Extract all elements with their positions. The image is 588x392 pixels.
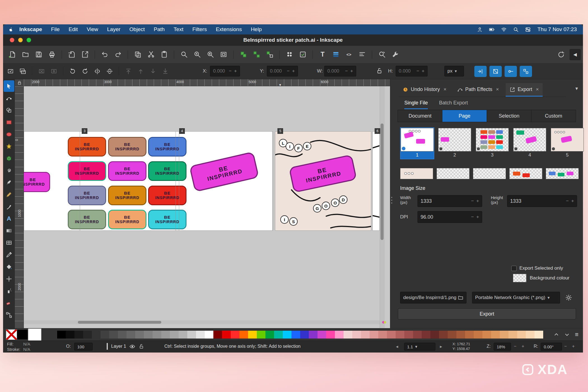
paste-button[interactable] <box>159 49 169 60</box>
w-decrement-button[interactable]: − <box>345 68 348 74</box>
menu-clock[interactable]: Thu 7 Nov 07:23 <box>538 26 577 32</box>
palette-swatch[interactable] <box>344 331 352 339</box>
palette-swatch[interactable] <box>396 331 404 339</box>
fill-stroke-indicator[interactable]: Fill:N/A Stroke:N/A <box>7 342 30 352</box>
palette-swatch[interactable] <box>83 331 92 339</box>
menu-app-name[interactable]: Inkscape <box>19 26 42 32</box>
menu-item-filters[interactable]: Filters <box>192 26 207 32</box>
fill-bucket-tool[interactable] <box>4 261 14 272</box>
text-tool-btn-button[interactable]: T <box>317 49 328 60</box>
node-tool[interactable] <box>4 92 14 104</box>
palette-swatch[interactable] <box>265 331 274 339</box>
current-layer-label[interactable]: Layer 1 <box>111 344 126 349</box>
close-tab-icon[interactable]: × <box>444 87 447 92</box>
pencil-tool[interactable] <box>4 189 14 200</box>
format-dropdown[interactable]: Portable Network Graphic (*.png)▾ <box>472 292 560 304</box>
group-button[interactable] <box>238 49 249 60</box>
width-increment-button[interactable]: + <box>476 198 479 204</box>
layers-dialog-button[interactable] <box>330 49 341 60</box>
rotation-increment-button[interactable]: + <box>572 344 575 349</box>
export-thumbnail-partial[interactable] <box>473 168 506 179</box>
export-thumbnail-partial[interactable] <box>509 168 542 179</box>
sticker[interactable]: BEINSPIRRRD <box>68 161 106 181</box>
good-letter-circle[interactable]: D <box>339 195 347 204</box>
palette-swatch[interactable] <box>92 331 101 339</box>
rectangle-tool[interactable] <box>4 116 14 128</box>
palette-swatch[interactable] <box>430 331 439 339</box>
zoom-preset-dropdown[interactable]: 1.1▾ <box>404 343 435 351</box>
import-button[interactable] <box>66 49 77 60</box>
maximize-window-button[interactable] <box>27 38 31 42</box>
palette-swatch[interactable] <box>248 331 257 339</box>
raise-to-top-button[interactable] <box>123 66 133 76</box>
minimize-window-button[interactable] <box>18 38 23 42</box>
zoom-drawing-button[interactable] <box>205 49 216 60</box>
tab-batch-export[interactable]: Batch Export <box>439 97 468 109</box>
redo-button[interactable] <box>113 49 123 60</box>
rotation-decrement-button[interactable]: − <box>564 344 567 349</box>
palette-scroll-up-icon[interactable] <box>554 332 559 337</box>
menu-item-view[interactable]: View <box>87 26 98 32</box>
sticker[interactable]: BEINSPIRRRD <box>68 210 106 229</box>
lower-to-bottom-button[interactable] <box>160 66 170 76</box>
palette-swatch[interactable] <box>387 331 396 339</box>
ellipse-tool[interactable] <box>4 129 14 140</box>
palette-swatch[interactable] <box>179 331 187 339</box>
dpi-decrement-button[interactable]: − <box>471 214 474 220</box>
palette-swatch[interactable] <box>74 331 83 339</box>
page-marker-3[interactable]: 3 <box>82 128 87 134</box>
select-all-layers-button[interactable] <box>18 66 28 76</box>
is-letter-circle[interactable]: S <box>289 217 298 226</box>
export-mode-custom[interactable]: Custom <box>531 110 576 122</box>
sticker[interactable]: BEINSPIRRRD <box>108 137 146 157</box>
open-document-button[interactable] <box>20 49 31 60</box>
export-thumbnail-1[interactable]: 1 <box>400 127 434 159</box>
palette-swatch[interactable] <box>144 331 153 339</box>
sticker[interactable]: BEINSPIRRRD <box>68 137 106 157</box>
palette-swatch[interactable] <box>153 331 161 339</box>
cut-button[interactable] <box>146 49 156 60</box>
xml-editor-button[interactable]: <> <box>344 49 354 60</box>
search-icon[interactable] <box>513 27 519 32</box>
menu-item-edit[interactable]: Edit <box>69 26 78 32</box>
palette-swatch[interactable] <box>109 331 118 339</box>
dpi-input[interactable]: 96.00 −+ <box>417 211 482 223</box>
copy-button[interactable] <box>132 49 143 60</box>
export-button[interactable] <box>80 49 90 60</box>
palette-menu-icon[interactable]: ≡ <box>575 331 578 338</box>
tab-single-file[interactable]: Single File <box>404 97 428 109</box>
zoom-increment-button[interactable]: + <box>522 344 524 349</box>
ungroup-button[interactable] <box>251 49 262 60</box>
unit-dropdown[interactable]: px▾ <box>444 66 464 76</box>
print-button[interactable] <box>46 49 57 60</box>
palette-swatch[interactable] <box>517 331 526 339</box>
sticker[interactable]: BEINSPIRRRD <box>24 172 50 192</box>
h-decrement-button[interactable]: − <box>416 68 419 74</box>
y-increment-button[interactable]: + <box>292 68 295 74</box>
palette-swatch[interactable] <box>213 331 222 339</box>
palette-swatch[interactable] <box>361 331 370 339</box>
w-input[interactable]: 0.000 −+ <box>324 66 356 76</box>
y-input[interactable]: 0.000 −+ <box>267 66 298 76</box>
flip-horizontal-button[interactable] <box>92 66 102 76</box>
export-thumbnail-3[interactable]: 3 <box>475 127 509 159</box>
export-thumbnail-partial[interactable] <box>400 168 433 179</box>
dropper-tool[interactable] <box>4 249 14 260</box>
selection-to-path-button[interactable] <box>49 66 59 76</box>
palette-swatch[interactable] <box>491 331 500 339</box>
chevron-down-icon[interactable]: ▾ <box>575 85 578 92</box>
x-input[interactable]: 0.000 −+ <box>210 66 240 76</box>
spray-options-button[interactable] <box>297 49 308 60</box>
export-thumbnail-partial[interactable] <box>437 168 470 179</box>
life-letter-circle[interactable]: E <box>303 142 311 150</box>
palette-swatch[interactable] <box>66 331 74 339</box>
palette-swatch[interactable] <box>205 331 213 339</box>
align-dialog-button[interactable] <box>357 49 367 60</box>
raise-button[interactable] <box>136 66 146 76</box>
palette-swatch[interactable] <box>422 331 430 339</box>
horizontal-scrollbar[interactable] <box>24 320 380 324</box>
rotate-ccw-button[interactable] <box>67 66 78 76</box>
canvas[interactable]: BEINSPIRRRDLIFEGOODIS BEINSPIRRRDBEINSPI… <box>24 86 390 328</box>
zoom-tool[interactable] <box>179 49 189 60</box>
sticker[interactable]: BEINSPIRRRD <box>108 186 146 205</box>
